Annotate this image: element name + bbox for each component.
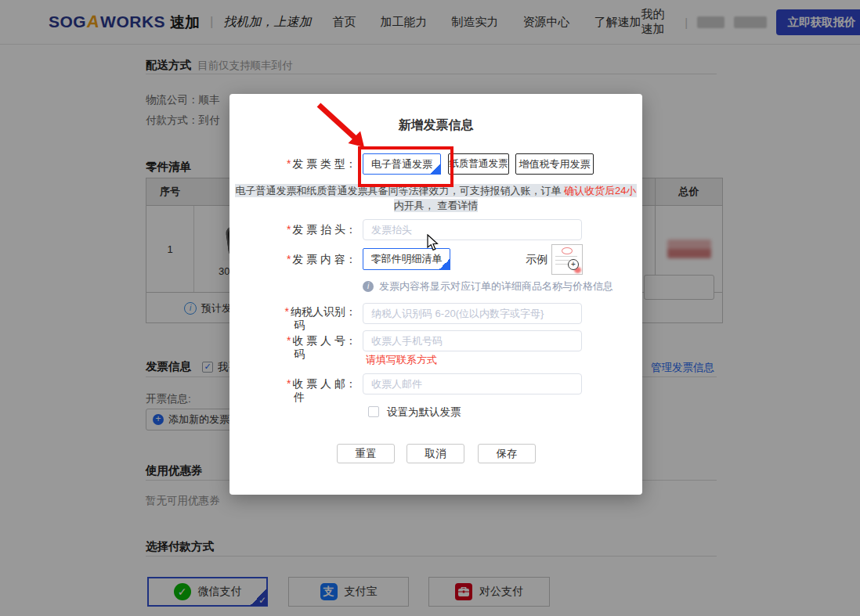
invoice-content-select[interactable]: 零部件明细清单 ✓: [363, 248, 450, 270]
invoice-type-label: *发 票 类 型：: [262, 157, 356, 171]
receiver-email-input[interactable]: [363, 373, 582, 394]
receiver-email-label-2: 件: [294, 391, 305, 405]
thumb-line: [555, 256, 577, 257]
invoice-title-input[interactable]: [363, 219, 582, 240]
selected-corner-check-icon: ✓: [439, 258, 450, 270]
receiver-email-label: *收 票 人 邮：: [262, 377, 356, 391]
phone-error-message: 请填写联系方式: [366, 353, 437, 367]
save-button[interactable]: 保存: [478, 444, 536, 463]
type-option-paper[interactable]: 纸质普通发票: [448, 153, 509, 175]
cancel-button[interactable]: 取消: [407, 444, 464, 463]
type-option-vat[interactable]: 增值税专用发票: [515, 153, 594, 175]
default-invoice-label: 设置为默认发票: [387, 405, 461, 420]
taxpayer-id-input[interactable]: [363, 303, 582, 324]
reset-button[interactable]: 重置: [337, 444, 395, 463]
sample-invoice-thumbnail[interactable]: +: [551, 244, 583, 275]
taxpayer-id-label: *纳税人识别：: [262, 305, 356, 319]
invoice-notice-line2: 内开具， 查看详情: [234, 198, 638, 213]
modal-title: 新增发票信息: [229, 117, 642, 134]
type-option-electronic[interactable]: 电子普通发票 ✓: [363, 153, 441, 175]
receiver-phone-label: *收 票 人 号：: [262, 334, 356, 348]
add-invoice-modal: 新增发票信息 *发 票 类 型： 电子普通发票 ✓ 纸质普通发票 增值税专用发票…: [229, 94, 642, 495]
taxpayer-id-label-2: 码: [294, 319, 305, 333]
magnifier-icon: +: [568, 259, 579, 270]
default-invoice-checkbox[interactable]: [368, 406, 379, 417]
content-note: i 发票内容将显示对应订单的详细商品名称与价格信息: [363, 279, 613, 294]
selected-corner-check-icon: ✓: [429, 163, 441, 175]
receiver-phone-input[interactable]: [363, 330, 582, 351]
invoice-stamp-icon: [562, 247, 573, 254]
info-icon: i: [363, 281, 374, 292]
sample-label: 示例: [526, 253, 547, 267]
invoice-content-label: *发 票 内 容：: [262, 253, 356, 267]
invoice-title-label: *发 票 抬 头：: [262, 223, 356, 237]
receiver-phone-label-2: 码: [294, 348, 305, 362]
